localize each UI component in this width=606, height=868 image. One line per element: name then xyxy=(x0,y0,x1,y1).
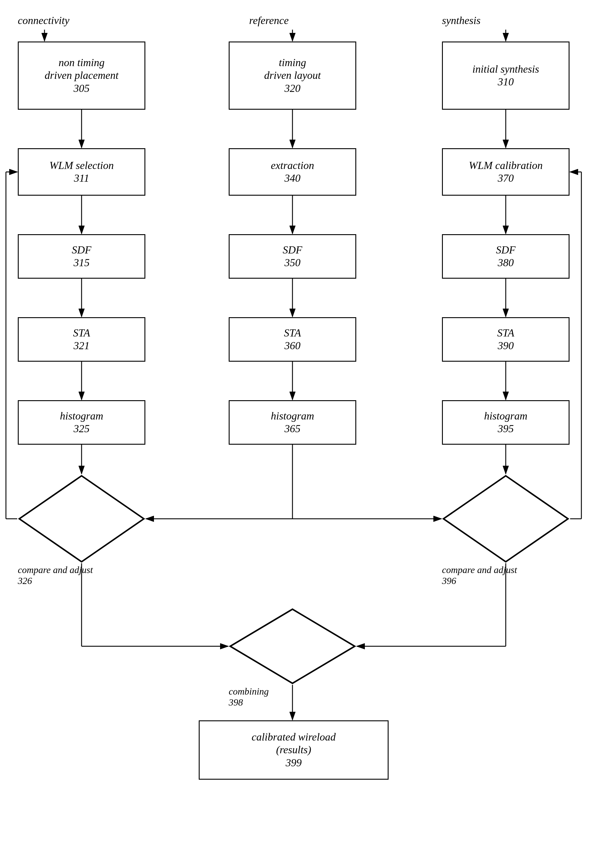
box-395: histogram 395 xyxy=(442,400,570,445)
box-311: WLM selection 311 xyxy=(18,148,145,196)
svg-marker-2 xyxy=(230,609,355,683)
box-305: non timing driven placement 305 xyxy=(18,42,145,110)
box-320: timing driven layout 320 xyxy=(229,42,356,110)
diamond-326: compare and adjust 326 xyxy=(18,474,145,563)
box-340: extraction 340 xyxy=(229,148,356,196)
svg-marker-1 xyxy=(443,476,568,562)
diamond-396: compare and adjust 396 xyxy=(442,474,570,563)
box-315: SDF 315 xyxy=(18,234,145,279)
diagram-container: connectivity reference synthesis non tim… xyxy=(0,0,606,868)
connectivity-label: connectivity xyxy=(18,14,69,27)
box-365: histogram 365 xyxy=(229,400,356,445)
box-399: calibrated wireload (results) 399 xyxy=(199,720,388,780)
box-350: SDF 350 xyxy=(229,234,356,279)
box-325: histogram 325 xyxy=(18,400,145,445)
box-360: STA 360 xyxy=(229,317,356,362)
diamond-398: combining 398 xyxy=(229,608,356,685)
synthesis-label: synthesis xyxy=(442,14,480,27)
box-370: WLM calibration 370 xyxy=(442,148,570,196)
svg-marker-0 xyxy=(19,476,144,562)
box-390: STA 390 xyxy=(442,317,570,362)
box-380: SDF 380 xyxy=(442,234,570,279)
reference-label: reference xyxy=(249,14,289,27)
box-310: initial synthesis 310 xyxy=(442,42,570,110)
box-321: STA 321 xyxy=(18,317,145,362)
